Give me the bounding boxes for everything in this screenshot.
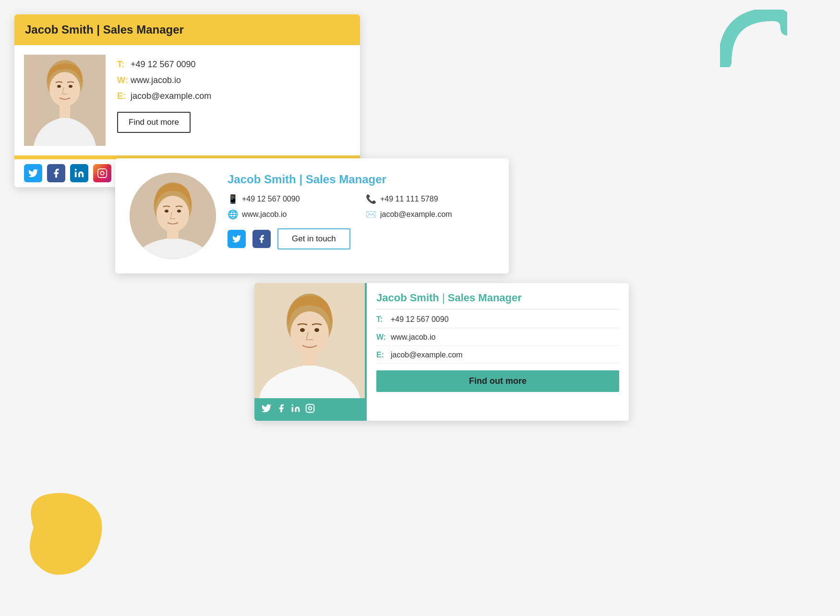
card2-phone-value: +49 11 111 5789 — [380, 195, 438, 203]
card1-linkedin-icon[interactable] — [70, 164, 88, 182]
card3-phone-label: T: — [376, 315, 391, 324]
card3-website-value: www.jacob.io — [391, 333, 435, 342]
svg-point-6 — [75, 169, 77, 171]
svg-point-14 — [177, 210, 181, 213]
card3-linkedin-icon[interactable] — [291, 403, 300, 415]
card3-facebook-icon[interactable] — [276, 403, 286, 415]
card1-twitter-icon[interactable] — [24, 164, 42, 182]
svg-point-20 — [300, 328, 305, 332]
card2-actions: Get in touch — [228, 228, 494, 249]
card3-name: Jacob Smith | Sales Manager — [376, 292, 619, 309]
card1-phone-row: T: +49 12 567 0090 — [117, 59, 350, 70]
card1-email-value: jacob@example.com — [131, 91, 211, 101]
card3-phone-value: +49 12 567 0090 — [391, 315, 449, 324]
card2-website-icon: 🌐 — [228, 209, 238, 220]
card2-mobile-icon: 📱 — [228, 194, 238, 204]
card3-social-bar — [254, 398, 365, 421]
card2-contacts: 📱 +49 12 567 0090 📞 +49 11 111 5789 🌐 ww… — [228, 194, 494, 220]
card2-phone-item: 📞 +49 11 111 5789 — [366, 194, 494, 204]
card3-email-row: E: jacob@example.com — [376, 351, 619, 364]
svg-point-21 — [314, 328, 319, 332]
card1-info: T: +49 12 567 0090 W: www.jacob.io E: ja… — [117, 55, 350, 133]
svg-point-11 — [156, 196, 189, 232]
card2-name: Jacob Smith | Sales Manager — [228, 173, 494, 186]
card3-pipe: | — [442, 292, 448, 304]
card3-phone-row: T: +49 12 567 0090 — [376, 315, 619, 328]
card2-phone-icon: 📞 — [366, 194, 376, 204]
card2-photo — [130, 173, 216, 259]
card1-facebook-icon[interactable] — [47, 164, 65, 182]
card3-website-label: W: — [376, 333, 391, 342]
card1-phone-label: T: — [117, 59, 131, 70]
svg-rect-3 — [60, 105, 70, 118]
card2-first-name: Jacob Smith — [228, 173, 296, 186]
card2-get-in-touch-button[interactable]: Get in touch — [277, 228, 350, 249]
card2-mobile-item: 📱 +49 12 567 0090 — [228, 194, 356, 204]
card1-find-out-more-button[interactable]: Find out more — [117, 112, 191, 133]
svg-rect-19 — [302, 352, 317, 366]
card3-photo — [254, 283, 365, 398]
card1-website-row: W: www.jacob.io — [117, 75, 350, 85]
card2-website-item: 🌐 www.jacob.io — [228, 209, 356, 220]
card1-instagram-icon[interactable] — [93, 164, 111, 182]
card1-website-label: W: — [117, 75, 131, 85]
card2-email-item: ✉️ jacob@example.com — [366, 209, 494, 220]
yellow-blob-decoration — [24, 489, 106, 582]
card3-right-panel: Jacob Smith | Sales Manager T: +49 12 56… — [365, 283, 629, 421]
card2-mobile-value: +49 12 567 0090 — [242, 195, 300, 203]
card1-title: Jacob Smith | Sales Manager — [25, 23, 184, 36]
card3-find-out-more-button[interactable]: Find out more — [376, 370, 619, 392]
svg-point-2 — [49, 72, 80, 107]
card3: Jacob Smith | Sales Manager T: +49 12 56… — [254, 283, 629, 421]
card2-twitter-icon[interactable] — [228, 230, 246, 248]
card3-website-row: W: www.jacob.io — [376, 333, 619, 346]
teal-arc-decoration — [720, 10, 787, 69]
card1-photo — [24, 55, 106, 146]
svg-rect-23 — [306, 404, 314, 413]
card2-email-value: jacob@example.com — [380, 210, 452, 219]
card1-email-label: E: — [117, 91, 131, 101]
card3-first-name: Jacob Smith — [376, 292, 439, 304]
svg-point-22 — [292, 404, 293, 406]
card2-job-title: Sales Manager — [306, 173, 386, 186]
svg-point-13 — [165, 210, 168, 213]
card3-email-label: E: — [376, 351, 391, 359]
card2-info: Jacob Smith | Sales Manager 📱 +49 12 567… — [228, 173, 494, 249]
card2-email-icon: ✉️ — [366, 209, 376, 220]
card2-pipe: | — [299, 173, 305, 186]
card2: Jacob Smith | Sales Manager 📱 +49 12 567… — [115, 158, 509, 273]
card3-left-panel — [254, 283, 365, 421]
card3-info: T: +49 12 567 0090 W: www.jacob.io E: ja… — [376, 315, 619, 364]
card3-email-value: jacob@example.com — [391, 351, 463, 359]
card1-email-row: E: jacob@example.com — [117, 91, 350, 101]
svg-point-18 — [290, 311, 329, 355]
card2-website-value: www.jacob.io — [242, 210, 287, 219]
svg-rect-7 — [98, 169, 107, 178]
card3-twitter-icon[interactable] — [261, 403, 272, 416]
card1-website-value: www.jacob.io — [131, 75, 181, 85]
card1-phone-value: +49 12 567 0090 — [131, 59, 196, 70]
card3-job-title: Sales Manager — [448, 292, 522, 304]
card1-body: T: +49 12 567 0090 W: www.jacob.io E: ja… — [14, 45, 360, 155]
svg-point-4 — [57, 85, 61, 88]
card2-facebook-icon[interactable] — [252, 230, 271, 248]
svg-point-5 — [69, 85, 72, 88]
card3-instagram-icon[interactable] — [305, 403, 315, 415]
card1-header: Jacob Smith | Sales Manager — [14, 14, 360, 45]
svg-rect-12 — [167, 229, 179, 239]
